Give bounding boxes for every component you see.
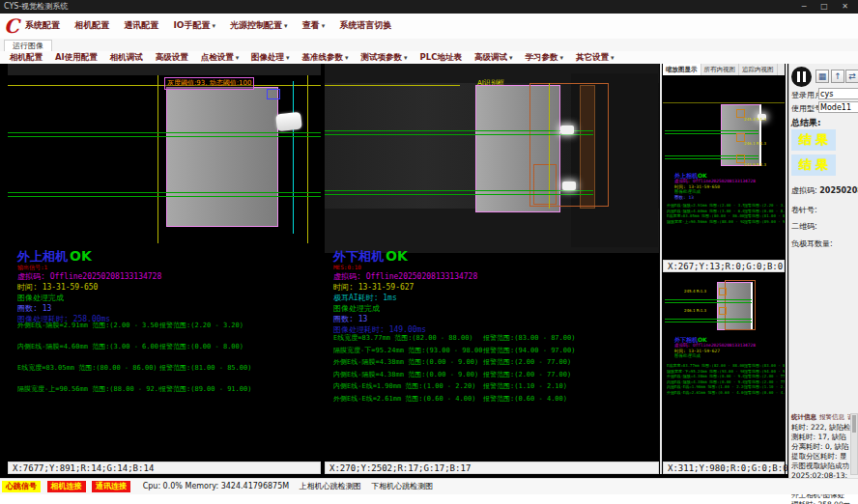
log-tabs: 统计信息 报警信息 调试信息 bbox=[791, 413, 855, 422]
reflection-spot bbox=[562, 182, 576, 190]
ai-detect-box bbox=[533, 164, 557, 205]
measurement-row: 隔膜宽度-上=90.56mm 范围:(88.00 - 92.00)报警范围:(8… bbox=[17, 384, 321, 406]
bottom-statusbar: 心跳信号 相机连接 通讯连接 Cpu: 0.0% Memory: 3424.41… bbox=[0, 478, 858, 494]
measurement-line bbox=[8, 192, 321, 193]
negative-tab-count-label: 负极耳数量: bbox=[791, 238, 833, 249]
defect-marker-label: 243.9 R:1.3 bbox=[744, 162, 766, 167]
chevron-down-icon: ▾ bbox=[559, 54, 563, 62]
measurement-line bbox=[665, 302, 752, 303]
menu-item-io-config[interactable]: IO手配置▾ bbox=[173, 20, 215, 30]
menu-item-light-config[interactable]: 光源控制配置▾ bbox=[230, 20, 288, 30]
menu-item-camera-config[interactable]: 相机配置 bbox=[74, 20, 109, 30]
ok-status: OK bbox=[70, 248, 92, 264]
minimize-button[interactable]: ─ bbox=[802, 2, 813, 11]
tabstrip: 运行图像 bbox=[0, 39, 858, 52]
measurement-line bbox=[325, 190, 593, 191]
tool-item-image-processing[interactable]: 图像处理▾ bbox=[251, 52, 290, 62]
mini-top-view[interactable]: 245.4 R:1.3 246.1 R:1.3 243.9 R:1.3 外上相机… bbox=[663, 75, 785, 260]
virtual-code-label: 虚拟码: 20250208 bbox=[791, 185, 858, 196]
measurement-line bbox=[665, 299, 752, 300]
guide-line bbox=[663, 102, 785, 103]
measurement-row: E线宽度=83.05mm 范围:(80.00 - 86.00)报警范围:(81.… bbox=[17, 363, 321, 384]
defect-marker-label: 245.4 R:1.3 bbox=[744, 117, 766, 122]
scrollbar-thumb[interactable] bbox=[852, 415, 856, 433]
measurement-list: E线宽度=83.77mm 范围:(82.00 - 88.00)报警范围:(83.… bbox=[333, 333, 658, 406]
ok-status: OK bbox=[386, 248, 408, 264]
menu-item-language-switch[interactable]: 系统语言切换 bbox=[339, 20, 391, 30]
tool-item-other-settings[interactable]: 其它设置▾ bbox=[576, 52, 615, 62]
defect-marker-label: 246.1 R:1.3 bbox=[744, 141, 766, 146]
defect-marker bbox=[719, 307, 727, 315]
tool-item-ai-config[interactable]: AI使用配置 bbox=[55, 52, 98, 62]
log-scrollbar[interactable] bbox=[850, 413, 858, 475]
mini-bottom-view[interactable]: 245.4 R:1.3 246.1 R:1.3 外下相机OK 虚拟码: Offl… bbox=[663, 272, 785, 462]
tool-item-learning-params[interactable]: 学习参数▾ bbox=[525, 52, 563, 62]
chevron-down-icon: ▾ bbox=[404, 54, 408, 62]
app-window: CYS-视觉检测系统 ─ □ ✕ C 系统配置 相机配置 通讯配置 IO手配置▾… bbox=[0, 0, 858, 504]
measurement-row: 内侧E线-隔膜=4.60mm 范围:(3.00 - 6.00)报警范围:(0.0… bbox=[17, 342, 321, 363]
image-tool-button[interactable]: ▦ bbox=[815, 70, 829, 83]
measurement-line bbox=[665, 319, 752, 320]
panel-divider bbox=[660, 64, 662, 474]
result-badge-lower: 结 果 bbox=[791, 154, 836, 176]
switch-tool-button[interactable]: ⇄ bbox=[845, 70, 858, 83]
tool-item-advanced-settings[interactable]: 高级设置 bbox=[156, 52, 188, 62]
panel-divider bbox=[786, 64, 787, 474]
measurement-row: 隔膜宽度-下=95.24mm 范围:(93.00 - 98.00)报警范围:(9… bbox=[333, 346, 658, 358]
measurement-row: E线宽度=83.77mm 范围:(82.00 - 88.00)报警范围:(83.… bbox=[333, 333, 658, 346]
tool-item-camera-config[interactable]: 相机配置 bbox=[10, 52, 43, 62]
tool-item-camera-debug[interactable]: 相机调试 bbox=[110, 52, 143, 62]
tab-track-view[interactable]: 追踪内视图 bbox=[739, 64, 778, 75]
pause-button[interactable] bbox=[791, 67, 812, 87]
threshold-label: 灰度阈值:93, 动态阈值:100 bbox=[164, 77, 254, 90]
result-badge-upper: 结 果 bbox=[791, 129, 836, 151]
titlebar: CYS-视觉检测系统 ─ □ ✕ bbox=[0, 0, 858, 14]
guide-line bbox=[325, 85, 460, 86]
result-block: 外上相机OK 输出信号:1 虚拟码: Offline20250208133134… bbox=[17, 249, 161, 324]
tab-all-views[interactable]: 所有内视图 bbox=[701, 64, 740, 75]
measurement-row: 外侧E线-E线=2.61mm 范围:(0.60 - 4.00)报警范围:(0.6… bbox=[667, 390, 785, 396]
tab-alarm-info[interactable]: 报警信息 bbox=[819, 413, 844, 422]
menu-item-system-config[interactable]: 系统配置 bbox=[25, 20, 60, 30]
chevron-down-icon: ▾ bbox=[286, 54, 290, 62]
close-button[interactable]: ✕ bbox=[842, 2, 854, 11]
mid-camera-view[interactable]: AI识别框 外下相机OK MES:0:10 虚拟码: Offline202502… bbox=[325, 64, 659, 462]
left-camera-view[interactable]: 灰度阈值:93, 动态阈值:100 外上相机OK 输出信号:1 虚拟码: Off… bbox=[8, 64, 321, 462]
result-block: 外下相机OK MES:0:10 虚拟码: Offline202502081331… bbox=[333, 249, 477, 335]
camera-result-title: 外下相机OK bbox=[333, 249, 477, 264]
marker-box bbox=[267, 89, 280, 99]
probe-clip bbox=[275, 112, 302, 132]
tool-item-test-params[interactable]: 测试项参数▾ bbox=[361, 52, 408, 62]
process-done-line: 图像处理完成 bbox=[333, 303, 477, 314]
result-block-mini: 外上相机OK 虚拟码: Offline20250208133134728 时间:… bbox=[674, 172, 756, 200]
maximize-button[interactable]: □ bbox=[820, 2, 834, 11]
upload-tool-button[interactable]: ↑ bbox=[831, 70, 844, 83]
camera-result-title: 外上相机OK bbox=[17, 249, 161, 264]
login-user-input[interactable] bbox=[818, 88, 858, 99]
defect-marker-label: 245.4 R:1.3 bbox=[684, 289, 706, 294]
menu-item-comm-config[interactable]: 通讯配置 bbox=[124, 20, 158, 30]
tool-item-baseline-params[interactable]: 基准线参数▾ bbox=[302, 52, 349, 62]
model-input[interactable] bbox=[818, 101, 858, 113]
measurement-line bbox=[325, 134, 593, 135]
mini-top-pixel-status: X:267;Y:13;R:0;G:0;B:0 bbox=[663, 260, 785, 272]
menu-item-view[interactable]: 查看▾ bbox=[302, 20, 326, 30]
signal-line: MES:0:10 bbox=[333, 264, 477, 271]
measurement-list-mini: E线宽度=83.77mm 范围:(82.00 - 88.00)报警范围:(83.… bbox=[667, 363, 785, 395]
switch-icon: ⇄ bbox=[848, 71, 856, 81]
tab-statistics-info[interactable]: 统计信息 bbox=[791, 413, 816, 422]
measurement-line bbox=[325, 194, 593, 195]
tab-zoom-view[interactable]: 缩放图显示 bbox=[663, 64, 701, 75]
tool-item-plc-address[interactable]: PLC地址表 bbox=[420, 52, 462, 62]
ai-detect-box bbox=[725, 280, 756, 330]
chevron-down-icon: ▾ bbox=[345, 54, 349, 62]
measurement-row: 外侧E线-E线=2.61mm 范围:(0.60 - 4.00)报警范围:(0.6… bbox=[333, 394, 658, 406]
tool-item-spot-check[interactable]: 点检设置▾ bbox=[201, 52, 240, 62]
chevron-down-icon: ▾ bbox=[212, 22, 215, 30]
measurement-list: 外侧E线-隔膜=2.91mm 范围:(2.00 - 3.50)报警范围:(2.2… bbox=[17, 321, 321, 406]
tool-item-advanced-debug[interactable]: 高级调试▾ bbox=[474, 52, 513, 62]
lower-camera-heartbeat: 下相机心跳检测图 bbox=[371, 482, 433, 490]
chevron-down-icon: ▾ bbox=[509, 54, 513, 62]
camera-connect-badge: 相机连接 bbox=[47, 481, 86, 492]
virtual-code-line: 虚拟码: Offline20250208133134728 bbox=[333, 271, 477, 282]
